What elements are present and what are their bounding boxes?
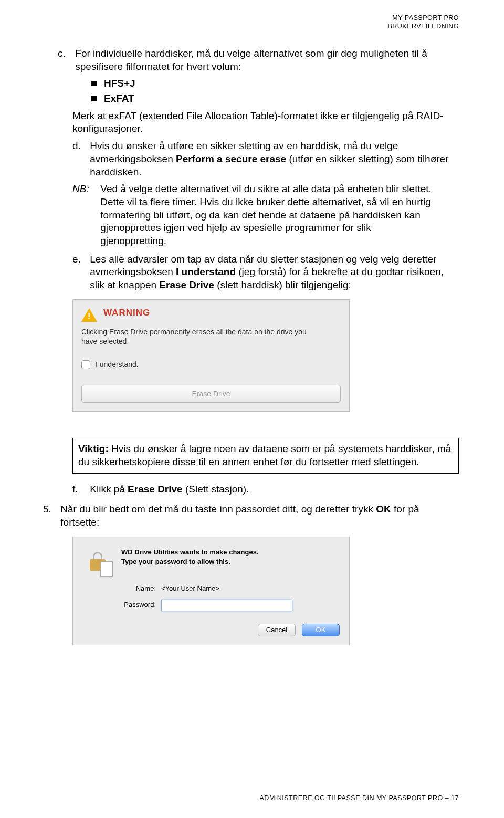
- step-e-b1: I understand: [176, 266, 236, 277]
- important-bold: Viktig:: [78, 443, 109, 454]
- marker-d: d.: [72, 140, 87, 153]
- page-header: MY PASSPORT PRO BRUKERVEILEDNING: [387, 14, 459, 31]
- nb-text: Ved å velge dette alternativet vil du si…: [100, 183, 438, 247]
- page-footer: ADMINISTRERE OG TILPASSE DIN MY PASSPORT…: [260, 794, 459, 802]
- step-5-pre: Når du blir bedt om det må du taste inn …: [60, 504, 376, 515]
- header-doc: BRUKERVEILEDNING: [387, 22, 459, 30]
- step-f-pre: Klikk på: [90, 484, 128, 495]
- step-f-post: (Slett stasjon).: [183, 484, 249, 495]
- nb-label: NB:: [72, 183, 98, 196]
- warning-description: Clicking Erase Drive permanently erases …: [81, 327, 307, 346]
- marker-f: f.: [72, 483, 87, 496]
- bullet-hfsj-label: HFS+J: [104, 78, 135, 89]
- bullet-exfat-label: ExFAT: [104, 93, 134, 104]
- important-box: Viktig: Hvis du ønsker å lagre noen av d…: [72, 438, 459, 473]
- lock-icon: [82, 548, 113, 578]
- cancel-button[interactable]: Cancel: [258, 624, 296, 636]
- step-d-bold: Perform a secure erase: [176, 153, 286, 164]
- password-field-row: Password:: [82, 600, 340, 611]
- step-c-note: Merk at exFAT (extended File Allocation …: [72, 110, 459, 135]
- auth-line1: WD Drive Utilities wants to make changes…: [121, 548, 259, 557]
- step-e-post: (slett harddisk) blir tilgjengelig:: [214, 279, 351, 290]
- bullet-square-icon: [91, 96, 97, 101]
- step-d-text: Hvis du ønsker å utføre en sikker sletti…: [90, 140, 453, 179]
- step-e: e. Les alle advarsler om tap av data når…: [72, 253, 459, 292]
- step-f: f. Klikk på Erase Drive (Slett stasjon).: [72, 483, 459, 496]
- step-c-intro: For individuelle harddisker, må du velge…: [75, 47, 453, 73]
- name-value: <Your User Name>: [161, 584, 340, 593]
- step-e-text: Les alle advarsler om tap av data når du…: [90, 253, 453, 292]
- understand-checkbox[interactable]: [81, 360, 90, 369]
- ok-button[interactable]: OK: [302, 624, 340, 636]
- marker-e: e.: [72, 253, 87, 266]
- step-5-text: Når du blir bedt om det må du taste inn …: [60, 503, 438, 529]
- step-5-bold: OK: [376, 504, 391, 515]
- step-f-bold: Erase Drive: [128, 484, 183, 495]
- auth-line2: Type your password to allow this.: [121, 557, 259, 567]
- erase-drive-button[interactable]: Erase Drive: [81, 385, 341, 403]
- marker-c: c.: [58, 47, 72, 60]
- password-input[interactable]: [161, 600, 292, 611]
- step-c: c. For individuelle harddisker, må du ve…: [58, 47, 459, 135]
- step-f-text: Klikk på Erase Drive (Slett stasjon).: [90, 483, 438, 496]
- nb-note: NB: Ved å velge dette alternativet vil d…: [72, 183, 459, 247]
- password-label: Password:: [82, 601, 161, 610]
- understand-label: I understand.: [96, 360, 139, 369]
- bullet-square-icon: [91, 81, 97, 86]
- warning-dialog: WARNING Clicking Erase Drive permanently…: [72, 299, 350, 412]
- header-product: MY PASSPORT PRO: [387, 14, 459, 22]
- warning-triangle-icon: [81, 308, 97, 322]
- marker-5: 5.: [43, 503, 58, 516]
- name-field-row: Name: <Your User Name>: [82, 584, 340, 593]
- important-text: Hvis du ønsker å lagre noen av dataene s…: [78, 443, 451, 467]
- step-d: d. Hvis du ønsker å utføre en sikker sle…: [72, 140, 459, 179]
- page-content: c. For individuelle harddisker, må du ve…: [58, 47, 459, 645]
- bullet-hfsj: HFS+J: [91, 77, 459, 90]
- warning-title: WARNING: [103, 307, 150, 319]
- step-e-b2: Erase Drive: [159, 279, 214, 290]
- bullet-exfat: ExFAT: [91, 92, 459, 106]
- step-5: 5. Når du blir bedt om det må du taste i…: [43, 503, 459, 529]
- confirm-row: I understand.: [81, 360, 341, 369]
- auth-dialog: WD Drive Utilities wants to make changes…: [72, 537, 350, 645]
- step-c-bullets: HFS+J ExFAT: [91, 77, 459, 105]
- name-label: Name:: [82, 584, 161, 593]
